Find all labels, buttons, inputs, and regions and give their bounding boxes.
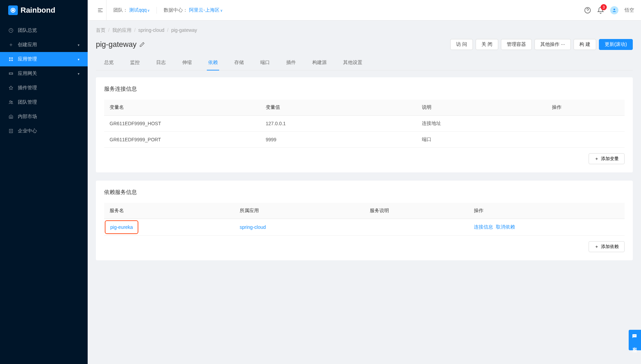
cell-value: 9999 (260, 132, 416, 148)
build-button[interactable]: 构 建 (574, 39, 596, 50)
sidebar-item-overview[interactable]: 团队总览 (0, 23, 88, 38)
service-link[interactable]: pig-eureka (110, 224, 133, 230)
add-variable-button[interactable]: ＋ 添加变量 (589, 153, 625, 164)
breadcrumb: 首页/ 我的应用/ spring-cloud/ pig-gateway (96, 27, 633, 34)
dc-label: 数据中心： (164, 7, 188, 13)
sidebar-item-market[interactable]: 内部市场 (0, 109, 88, 124)
notifications-button[interactable]: 3 (597, 7, 604, 14)
sidebar-item-label: 团队管理 (18, 99, 37, 105)
col-action: 操作 (468, 203, 625, 219)
tab-log[interactable]: 日志 (155, 55, 167, 70)
sidebar-item-label: 企业中心 (18, 128, 37, 134)
tab-storage[interactable]: 存储 (233, 55, 245, 70)
tab-monitor[interactable]: 监控 (129, 55, 141, 70)
support-widget[interactable]: 客服 (629, 330, 641, 350)
collapse-sidebar-button[interactable] (95, 0, 106, 20)
visit-button[interactable]: 访 问 (450, 39, 473, 50)
cell-desc (364, 219, 468, 236)
breadcrumb-sep: / (108, 27, 110, 34)
tab-plugin[interactable]: 插件 (285, 55, 297, 70)
col-var-value: 变量值 (260, 100, 416, 116)
username[interactable]: 悟空 (625, 7, 634, 13)
add-variable-label: 添加变量 (601, 156, 619, 162)
conn-info-link[interactable]: 连接信息 (474, 224, 493, 230)
col-desc: 服务说明 (364, 203, 468, 219)
tab-build-source[interactable]: 构建源 (311, 55, 328, 70)
plugin-icon (8, 85, 14, 91)
page-title: pig-gateway (96, 40, 145, 49)
chevron-down-icon: ▾ (78, 43, 79, 47)
support-label: 客服 (632, 343, 638, 346)
tab-other[interactable]: 其他设置 (342, 55, 364, 70)
cell-name: GR611EDF9999_HOST (104, 116, 260, 132)
chevron-down-icon: ∨ (147, 9, 150, 12)
app-link[interactable]: spring-cloud (240, 224, 266, 230)
update-button[interactable]: 更新(滚动) (599, 39, 633, 50)
table-row: pig-eureka spring-cloud 连接信息 取消依赖 (104, 219, 625, 236)
cancel-dep-link[interactable]: 取消依赖 (496, 224, 515, 230)
sidebar-item-label: 应用管理 (18, 56, 37, 62)
sidebar-item-enterprise[interactable]: 企业中心 (0, 124, 88, 138)
cell-action (546, 132, 625, 148)
chevron-down-icon: ▾ (78, 72, 79, 76)
brand-name: Rainbond (21, 6, 55, 15)
sidebar-item-app-manage[interactable]: 应用管理 ▾ (0, 52, 88, 66)
sidebar-item-create-app[interactable]: 创建应用 ▾ (0, 38, 88, 52)
sidebar-item-label: 创建应用 (18, 42, 37, 48)
sidebar-item-team[interactable]: 团队管理 (0, 95, 88, 109)
add-dependency-label: 添加依赖 (601, 244, 619, 250)
chevron-down-icon: ▾ (78, 57, 79, 61)
tab-dependency[interactable]: 依赖 (207, 55, 219, 70)
topbar: 团队： 测试qqq∨ 数据中心： 阿里云-上海区∨ 3 悟空 (88, 0, 641, 21)
sidebar-item-gateway[interactable]: 应用网关 ▾ (0, 66, 88, 81)
tab-overview[interactable]: 总览 (103, 55, 115, 70)
sidebar-item-plugin[interactable]: 插件管理 (0, 81, 88, 95)
apps-icon (8, 56, 14, 62)
plus-icon: ＋ (594, 244, 599, 250)
highlight-annotation: pig-eureka (105, 220, 138, 234)
svg-point-1 (12, 10, 14, 11)
tab-port[interactable]: 端口 (259, 55, 271, 70)
team-selector[interactable]: 团队： 测试qqq∨ (113, 7, 150, 13)
datacenter-selector[interactable]: 数据中心： 阿里云-上海区∨ (164, 7, 223, 13)
edit-icon[interactable] (139, 42, 145, 47)
svg-rect-3 (9, 57, 11, 59)
dc-value: 阿里云-上海区 (189, 7, 219, 13)
plus-icon (8, 42, 14, 48)
breadcrumb-sep: / (167, 27, 168, 34)
sidebar-item-label: 内部市场 (18, 114, 37, 120)
breadcrumb-item[interactable]: pig-gateway (171, 27, 197, 34)
cell-desc: 连接地址 (416, 116, 546, 132)
logo-icon (8, 5, 18, 15)
tabs: 总览 监控 日志 伸缩 依赖 存储 端口 插件 构建源 其他设置 (96, 55, 633, 70)
brand-logo[interactable]: Rainbond (0, 0, 88, 21)
avatar[interactable] (610, 6, 618, 14)
tab-scale[interactable]: 伸缩 (181, 55, 193, 70)
svg-point-12 (614, 9, 615, 10)
connection-table: 变量名 变量值 说明 操作 GR611EDF9999_HOST 127.0.0.… (104, 100, 625, 148)
manage-container-button[interactable]: 管理容器 (501, 39, 532, 50)
help-button[interactable] (584, 7, 591, 14)
breadcrumb-item[interactable]: 我的应用 (112, 27, 131, 34)
svg-rect-7 (9, 73, 13, 75)
sidebar: Rainbond 团队总览 创建应用 ▾ 应用管理 ▾ 应用网关 ▾ (0, 0, 88, 364)
card-title: 服务连接信息 (104, 86, 625, 93)
add-dependency-button[interactable]: ＋ 添加依赖 (589, 241, 625, 252)
cell-action: 连接信息 取消依赖 (468, 219, 625, 236)
connection-info-card: 服务连接信息 变量名 变量值 说明 操作 GR611EDF9999_HOST (96, 77, 633, 172)
breadcrumb-sep: / (134, 27, 136, 34)
gateway-icon (8, 71, 14, 76)
svg-point-15 (635, 336, 636, 336)
enterprise-icon (8, 128, 14, 134)
breadcrumb-item[interactable]: 首页 (96, 27, 105, 34)
sidebar-menu: 团队总览 创建应用 ▾ 应用管理 ▾ 应用网关 ▾ 插件管理 (0, 21, 88, 141)
cell-action (546, 116, 625, 132)
other-actions-button[interactable]: 其他操作 ··· (535, 39, 571, 50)
breadcrumb-item[interactable]: spring-cloud (138, 27, 164, 34)
sidebar-item-label: 应用网关 (18, 70, 37, 77)
team-value: 测试qqq (129, 7, 147, 13)
notification-badge: 3 (601, 4, 607, 10)
close-button[interactable]: 关 闭 (476, 39, 498, 50)
col-app: 所属应用 (234, 203, 364, 219)
table-row: GR611EDF9999_PORT 9999 端口 (104, 132, 625, 148)
